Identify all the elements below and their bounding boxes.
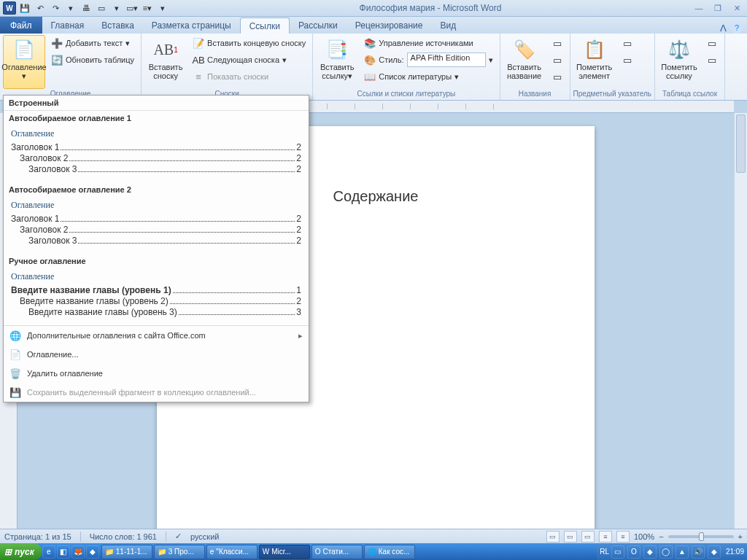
insert-caption-button[interactable]: 🏷️ Вставить название bbox=[503, 35, 546, 89]
tab-file[interactable]: Файл bbox=[0, 17, 42, 34]
view-web-icon[interactable]: ▭ bbox=[581, 531, 595, 542]
citation-icon: 📑 bbox=[325, 38, 349, 61]
spellcheck-icon[interactable]: ✓ bbox=[175, 532, 182, 541]
gallery-remove-toc[interactable]: 🗑️Удалить оглавление bbox=[4, 364, 309, 383]
task-3[interactable]: e "Класси... bbox=[206, 545, 258, 559]
status-language[interactable]: русский bbox=[190, 532, 219, 541]
task-2[interactable]: 📁 3 Про... bbox=[154, 545, 205, 559]
scrollbar-thumb[interactable] bbox=[736, 114, 746, 173]
quicklaunch-icon-2[interactable]: ◆ bbox=[86, 545, 99, 559]
gallery-more-office[interactable]: 🌐Дополнительные оглавления с сайта Offic… bbox=[4, 326, 309, 345]
window-controls: ― ❐ ✕ bbox=[692, 3, 744, 13]
task-1[interactable]: 📁 11-11-1... bbox=[101, 545, 152, 559]
toc-button[interactable]: 📄 Оглавление▾ bbox=[3, 35, 45, 89]
view-fullscreen-icon[interactable]: ▭ bbox=[564, 531, 577, 542]
zoom-out-icon[interactable]: − bbox=[659, 532, 663, 541]
task-6[interactable]: 🌐 Как сос... bbox=[364, 545, 415, 559]
group-citations-label: Ссылки и списки литературы bbox=[316, 89, 496, 99]
tab-insert[interactable]: Вставка bbox=[93, 18, 143, 34]
toc-preview-manual[interactable]: Оглавление Введите название главы (урове… bbox=[4, 268, 309, 325]
qat-icon-2[interactable]: ▾ bbox=[110, 1, 123, 15]
print-icon[interactable]: 🖶 bbox=[80, 1, 93, 15]
tray-icon[interactable]: ▭ bbox=[611, 545, 624, 559]
quicklaunch-firefox-icon[interactable]: 🦊 bbox=[71, 545, 85, 559]
qat-icon[interactable]: ▾ bbox=[64, 1, 77, 15]
vertical-scrollbar[interactable] bbox=[734, 113, 747, 529]
help-icon[interactable]: ? bbox=[731, 22, 743, 34]
close-icon[interactable]: ✕ bbox=[729, 3, 744, 13]
mark-entry-button[interactable]: 📋 Пометить элемент bbox=[573, 35, 616, 89]
status-words[interactable]: Число слов: 1 961 bbox=[90, 532, 157, 541]
tray-icon-5[interactable]: ▲ bbox=[676, 545, 689, 559]
tray-volume-icon[interactable]: 🔊 bbox=[692, 545, 705, 559]
index-sm1[interactable]: ▭ bbox=[618, 35, 637, 51]
mark-citation-button[interactable]: ⚖️ Пометить ссылку bbox=[658, 35, 700, 89]
insert-footnote-button[interactable]: AB1 Вставить сноску bbox=[144, 35, 187, 89]
tray-lang[interactable]: RL bbox=[600, 548, 609, 556]
toa-sm1[interactable]: ▭ bbox=[703, 35, 721, 51]
quicklaunch-icon[interactable]: ◧ bbox=[57, 545, 70, 559]
tab-home[interactable]: Главная bbox=[42, 18, 93, 34]
office-icon: 🌐 bbox=[9, 330, 21, 341]
manage-sources-button[interactable]: 📚Управление источниками bbox=[360, 35, 496, 51]
task-5[interactable]: O Стати... bbox=[311, 545, 363, 559]
undo-icon[interactable]: ↶ bbox=[34, 1, 47, 15]
insert-citation-button[interactable]: 📑 Вставить ссылку▾ bbox=[316, 35, 358, 89]
toc-preview-auto1[interactable]: Оглавление Заголовок 12 Заголовок 22 Заг… bbox=[4, 125, 309, 182]
gallery-auto1-label[interactable]: Автособираемое оглавление 1 bbox=[4, 111, 309, 125]
zoom-in-icon[interactable]: + bbox=[738, 532, 743, 541]
tab-view[interactable]: Вид bbox=[431, 18, 465, 34]
gallery-auto2-label[interactable]: Автособираемое оглавление 2 bbox=[4, 182, 309, 197]
group-footnotes: AB1 Вставить сноску 📝Вставить концевую с… bbox=[142, 34, 313, 100]
tray-icon-4[interactable]: ◯ bbox=[659, 545, 673, 559]
ribbon-tabs: Файл Главная Вставка Разметка страницы С… bbox=[0, 17, 747, 34]
zoom-handle[interactable] bbox=[699, 532, 704, 541]
tray-icon-6[interactable]: ◆ bbox=[708, 545, 721, 559]
qat-icon-4[interactable]: ≡▾ bbox=[141, 1, 154, 15]
qat-dropdown-icon[interactable]: ▾ bbox=[156, 1, 169, 15]
group-captions: 🏷️ Вставить название ▭ ▭ ▭ Названия bbox=[500, 34, 570, 100]
tray-icon-3[interactable]: ◆ bbox=[643, 545, 657, 559]
minimize-icon[interactable]: ― bbox=[692, 3, 706, 13]
view-outline-icon[interactable]: ≡ bbox=[599, 531, 612, 542]
caption-sm2[interactable]: ▭ bbox=[548, 52, 567, 68]
update-table-button[interactable]: 🔄Обновить таблицу bbox=[47, 52, 138, 68]
gallery-manual-label[interactable]: Ручное оглавление bbox=[4, 254, 309, 268]
restore-icon[interactable]: ❐ bbox=[711, 3, 725, 13]
task-word[interactable]: W Micr... bbox=[259, 545, 310, 559]
caption-sm3[interactable]: ▭ bbox=[548, 69, 567, 85]
bibliography-button[interactable]: 📖Список литературы ▾ bbox=[360, 69, 496, 85]
tray-icon-2[interactable]: O bbox=[627, 545, 640, 559]
index-sm2[interactable]: ▭ bbox=[618, 52, 637, 68]
minimize-ribbon-icon[interactable]: ᐱ bbox=[720, 23, 727, 34]
redo-icon[interactable]: ↷ bbox=[49, 1, 62, 15]
system-tray: RL ▭ O ◆ ◯ ▲ 🔊 ◆ 21:09 bbox=[597, 543, 747, 560]
toc-preview-auto2[interactable]: Оглавление Заголовок 12 Заголовок 22 Заг… bbox=[4, 197, 309, 254]
tray-clock[interactable]: 21:09 bbox=[726, 548, 744, 556]
citation-style-select[interactable]: 🎨Стиль: APA Fifth Edition▾ bbox=[360, 52, 496, 68]
status-zoom[interactable]: 100% bbox=[634, 532, 654, 541]
start-button[interactable]: ⊞пуск bbox=[0, 543, 42, 560]
gallery-insert-toc[interactable]: 📄Оглавление... bbox=[4, 345, 309, 364]
status-page[interactable]: Страница: 1 из 15 bbox=[4, 532, 71, 541]
tab-layout[interactable]: Разметка страницы bbox=[143, 18, 240, 34]
qat-icon-3[interactable]: ▭▾ bbox=[125, 1, 139, 15]
style-icon: 🎨 bbox=[364, 54, 376, 66]
group-captions-label: Названия bbox=[503, 89, 567, 99]
caption-sm1[interactable]: ▭ bbox=[548, 35, 567, 51]
tab-review[interactable]: Рецензирование bbox=[347, 18, 432, 34]
zoom-slider[interactable] bbox=[668, 535, 734, 538]
word-app-icon[interactable]: W bbox=[3, 1, 16, 15]
insert-endnote-button[interactable]: 📝Вставить концевую сноску bbox=[189, 35, 309, 51]
view-draft-icon[interactable]: ≡ bbox=[616, 531, 630, 542]
next-footnote-button[interactable]: ABСледующая сноска ▾ bbox=[189, 52, 309, 68]
add-text-button[interactable]: ➕Добавить текст ▾ bbox=[47, 35, 138, 51]
quicklaunch-ie-icon[interactable]: e bbox=[42, 545, 55, 559]
toa-sm2[interactable]: ▭ bbox=[703, 52, 721, 68]
new-doc-icon[interactable]: ▭ bbox=[95, 1, 108, 15]
view-print-layout-icon[interactable]: ▭ bbox=[546, 531, 560, 542]
windows-taskbar: ⊞пуск e ◧ 🦊 ◆ 📁 11-11-1... 📁 3 Про... e … bbox=[0, 543, 747, 560]
tab-references[interactable]: Ссылки bbox=[240, 18, 290, 34]
tab-mailings[interactable]: Рассылки bbox=[290, 18, 347, 34]
save-icon[interactable]: 💾 bbox=[18, 1, 31, 15]
